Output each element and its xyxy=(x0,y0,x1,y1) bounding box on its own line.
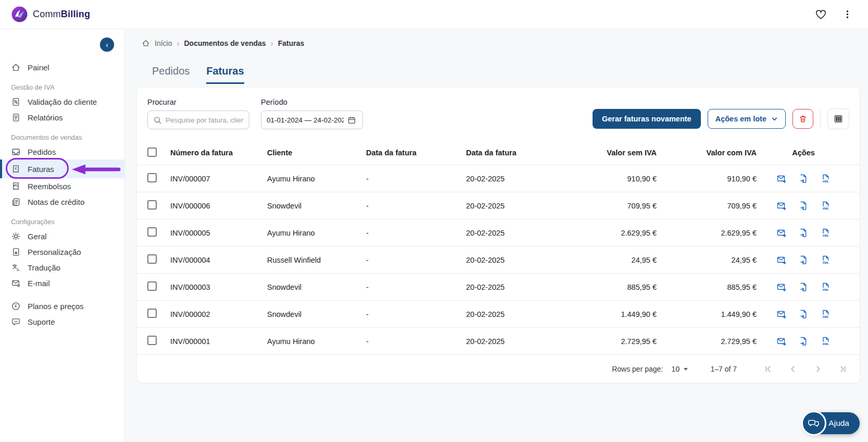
period-input[interactable]: 01-01-2024 — 24-02-202 xyxy=(261,110,363,129)
report-document-icon xyxy=(11,113,21,122)
breadcrumb-separator: › xyxy=(271,39,273,47)
svg-text:XML: XML xyxy=(822,315,829,318)
previous-page-icon[interactable] xyxy=(788,364,798,374)
sidebar-heading-configuracoes: Configurações xyxy=(11,218,124,226)
sidebar-item-pedidos[interactable]: Pedidos xyxy=(0,144,125,159)
brand-logo-icon xyxy=(11,6,28,22)
download-xml-icon[interactable]: XML xyxy=(820,309,831,320)
download-xml-icon[interactable]: XML xyxy=(820,174,831,184)
download-document-icon[interactable] xyxy=(798,282,809,292)
row-checkbox[interactable] xyxy=(147,281,157,291)
download-xml-icon[interactable]: XML xyxy=(820,228,831,238)
gross-amount-cell: 910,90 € xyxy=(658,175,758,183)
row-checkbox[interactable] xyxy=(147,173,157,182)
help-button[interactable]: Ajuda xyxy=(803,412,860,434)
svg-text:XML: XML xyxy=(822,342,829,346)
gross-amount-cell: 709,95 € xyxy=(658,202,758,210)
columns-view-button[interactable] xyxy=(827,108,849,129)
last-page-icon[interactable] xyxy=(838,364,848,374)
download-document-icon[interactable] xyxy=(798,201,809,211)
sidebar-item-validacao-cliente[interactable]: Validação do cliente xyxy=(0,94,125,109)
period-field: Período 01-01-2024 — 24-02-202 xyxy=(261,98,363,129)
svg-text:XML: XML xyxy=(822,180,829,183)
invoice-number-cell: INV/000003 xyxy=(170,283,267,291)
sidebar-item-reembolsos[interactable]: Reembolsos xyxy=(0,178,125,194)
client-cell: Snowdevil xyxy=(267,310,366,318)
column-header-gross-amount: Valor com IVA xyxy=(658,149,758,157)
search-input[interactable] xyxy=(166,116,244,124)
chat-bubbles-icon xyxy=(801,411,826,436)
breadcrumb-documentos-vendas[interactable]: Documentos de vendas xyxy=(184,39,266,47)
column-header-actions: Ações xyxy=(758,149,849,157)
next-page-icon[interactable] xyxy=(813,364,823,374)
net-amount-cell: 2.729,95 € xyxy=(566,337,658,346)
rows-per-page-select[interactable]: 10 xyxy=(671,365,688,373)
table-row: INV/000001 Ayumu Hirano - 20-02-2025 2.7… xyxy=(137,327,860,354)
invoice-date-2-cell: 20-02-2025 xyxy=(466,337,566,346)
invoice-date-2-cell: 20-02-2025 xyxy=(466,310,566,318)
sidebar-item-geral[interactable]: Geral xyxy=(0,228,125,244)
sidebar-item-label: Personalização xyxy=(28,248,81,256)
download-document-icon[interactable] xyxy=(798,228,809,238)
select-all-checkbox[interactable] xyxy=(147,148,157,157)
sidebar-collapse-button[interactable]: ‹ xyxy=(100,38,114,52)
send-email-icon[interactable] xyxy=(776,336,787,347)
row-checkbox[interactable] xyxy=(147,309,157,318)
breadcrumb-inicio[interactable]: Início xyxy=(155,39,172,47)
sidebar-item-planos-precos[interactable]: € Planos e preços xyxy=(0,298,125,314)
sidebar-item-faturas[interactable]: € Faturas xyxy=(0,159,125,178)
sidebar-item-notas-credito[interactable]: Notas de crédito xyxy=(0,194,125,210)
sidebar-item-suporte[interactable]: Suporte xyxy=(0,314,125,329)
inbox-icon xyxy=(11,147,21,157)
table-row: INV/000002 Snowdevil - 20-02-2025 1.449,… xyxy=(137,300,860,327)
download-document-icon[interactable] xyxy=(798,174,809,184)
sidebar-item-label: E-mail xyxy=(28,279,50,288)
home-icon xyxy=(11,63,21,72)
download-xml-icon[interactable]: XML xyxy=(820,336,831,347)
row-checkbox[interactable] xyxy=(147,254,157,264)
sidebar-item-label: Faturas xyxy=(28,165,54,174)
invoice-date-1-cell: - xyxy=(366,229,466,237)
net-amount-cell: 24,95 € xyxy=(566,256,658,264)
sidebar-item-email[interactable]: E-mail xyxy=(0,275,125,291)
svg-text:€: € xyxy=(15,303,17,309)
invoice-date-1-cell: - xyxy=(366,256,466,264)
sidebar-item-relatorios[interactable]: Relatórios xyxy=(0,109,125,125)
rows-per-page-label: Rows per page: xyxy=(612,365,663,373)
first-page-icon[interactable] xyxy=(763,364,773,374)
more-options-kebab-icon[interactable] xyxy=(841,8,853,20)
send-email-icon[interactable] xyxy=(776,228,787,238)
favorite-heart-icon[interactable] xyxy=(814,7,828,21)
delete-button[interactable] xyxy=(792,109,813,129)
pagination: Rows per page: 10 1–7 of 7 xyxy=(137,354,860,383)
download-document-icon[interactable] xyxy=(798,336,809,347)
tab-pedidos[interactable]: Pedidos xyxy=(152,65,190,84)
send-email-icon[interactable] xyxy=(776,255,787,265)
sidebar-item-painel[interactable]: Painel xyxy=(0,59,125,75)
row-checkbox[interactable] xyxy=(147,200,157,210)
download-xml-icon[interactable]: XML xyxy=(820,282,831,292)
gross-amount-cell: 2.629,95 € xyxy=(658,229,758,237)
download-xml-icon[interactable]: XML xyxy=(820,255,831,265)
send-email-icon[interactable] xyxy=(776,309,787,320)
download-document-icon[interactable] xyxy=(798,309,809,320)
table-row: INV/000006 Snowdevil - 20-02-2025 709,95… xyxy=(137,192,860,219)
regenerate-invoices-button[interactable]: Gerar faturas novamente xyxy=(593,109,701,129)
refund-receipt-icon xyxy=(11,181,21,191)
download-document-icon[interactable] xyxy=(798,255,809,265)
row-checkbox[interactable] xyxy=(147,227,157,237)
gross-amount-cell: 24,95 € xyxy=(658,256,758,264)
sidebar-item-traducao[interactable]: A Tradução xyxy=(0,260,125,275)
send-email-icon[interactable] xyxy=(776,174,787,184)
send-email-icon[interactable] xyxy=(776,201,787,211)
table-header-row: Número da fatura Cliente Data da fatura … xyxy=(137,141,860,165)
tab-faturas[interactable]: Faturas xyxy=(206,65,244,84)
row-checkbox[interactable] xyxy=(147,336,157,345)
sidebar-item-label: Relatórios xyxy=(28,113,63,122)
download-xml-icon[interactable]: XML xyxy=(820,201,831,211)
invoice-date-2-cell: 20-02-2025 xyxy=(466,202,566,210)
sidebar-item-personalizacao[interactable]: Personalização xyxy=(0,244,125,260)
breadcrumb-separator: › xyxy=(177,39,179,47)
send-email-icon[interactable] xyxy=(776,282,787,292)
batch-actions-button[interactable]: Ações em lote xyxy=(708,109,786,129)
